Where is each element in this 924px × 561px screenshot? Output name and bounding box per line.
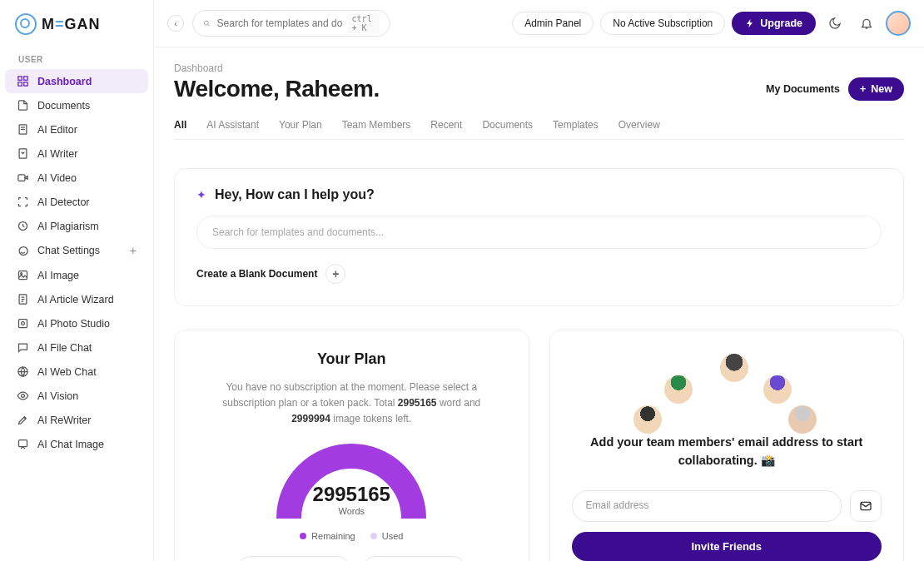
avatar bbox=[720, 354, 748, 382]
help-card: ✦ Hey, How can I help you? Search for te… bbox=[174, 168, 904, 306]
send-email-button[interactable] bbox=[850, 490, 882, 522]
page-icon bbox=[17, 123, 29, 136]
tab-recent[interactable]: Recent bbox=[430, 114, 462, 139]
invite-friends-button[interactable]: Invite Friends bbox=[572, 532, 882, 561]
plus-icon: + bbox=[332, 267, 339, 280]
help-title: Hey, How can I help you? bbox=[215, 187, 375, 202]
svg-point-18 bbox=[204, 21, 208, 25]
sidebar-toggle-button[interactable]: ‹ bbox=[167, 15, 184, 32]
sidebar-item-ai-photo-studio[interactable]: AI Photo Studio bbox=[5, 311, 148, 335]
sidebar-item-ai-file-chat[interactable]: AI File Chat bbox=[5, 335, 148, 360]
team-avatars bbox=[572, 350, 882, 434]
chevron-left-icon: ‹ bbox=[174, 19, 176, 28]
upgrade-label: Upgrade bbox=[760, 17, 802, 29]
image-icon bbox=[17, 269, 29, 281]
sidebar-item-ai-web-chat[interactable]: AI Web Chat bbox=[5, 360, 148, 384]
sidebar-item-label: AI Detector bbox=[37, 196, 90, 208]
expand-icon[interactable]: + bbox=[130, 244, 137, 257]
nav: Dashboard Documents AI Editor AI Writer … bbox=[0, 69, 153, 561]
sidebar-item-ai-chat-image[interactable]: AI Chat Image bbox=[5, 432, 148, 456]
svg-rect-0 bbox=[18, 77, 22, 80]
sidebar-item-label: AI Writer bbox=[37, 148, 77, 160]
plan-title: Your Plan bbox=[196, 350, 507, 368]
team-message: Add your team members' email address to … bbox=[572, 434, 882, 470]
tab-team-members[interactable]: Team Members bbox=[342, 114, 411, 139]
webchat-icon bbox=[17, 365, 29, 378]
tabs: All AI Assistant Your Plan Team Members … bbox=[174, 114, 904, 140]
avatar[interactable] bbox=[886, 11, 911, 36]
svg-point-14 bbox=[22, 322, 25, 325]
sidebar-item-label: AI Chat Image bbox=[37, 439, 104, 450]
tab-ai-assistant[interactable]: AI Assistant bbox=[206, 114, 259, 139]
team-card: Add your team members' email address to … bbox=[549, 330, 905, 561]
breadcrumb: Dashboard bbox=[174, 62, 904, 74]
view-credits-button[interactable]: View Your Credits bbox=[237, 556, 350, 561]
plus-icon: + bbox=[860, 83, 866, 95]
svg-rect-8 bbox=[18, 175, 25, 181]
sidebar-item-label: AI File Chat bbox=[37, 342, 92, 354]
create-blank-button[interactable]: + bbox=[325, 264, 345, 284]
mail-icon bbox=[859, 499, 872, 513]
avatar bbox=[788, 405, 817, 434]
logo[interactable]: M=GAN bbox=[0, 0, 153, 43]
sidebar-item-ai-plagiarism[interactable]: AI Plagiarism bbox=[5, 214, 148, 238]
email-field[interactable]: Email address bbox=[572, 490, 842, 522]
sidebar-item-label: Chat Settings bbox=[37, 245, 100, 256]
page-title: Welcome, Raheem. bbox=[174, 76, 380, 102]
sidebar-item-ai-image[interactable]: AI Image bbox=[5, 263, 148, 287]
sidebar-item-ai-article-wizard[interactable]: AI Article Wizard bbox=[5, 287, 148, 311]
help-search-input[interactable]: Search for templates and documents... bbox=[196, 216, 882, 249]
gauge-label: Words bbox=[272, 506, 430, 516]
camera-icon: 📸 bbox=[761, 454, 775, 467]
search-input[interactable]: ctrl + K bbox=[192, 10, 390, 37]
pen-icon bbox=[17, 147, 29, 160]
sidebar-item-ai-vision[interactable]: AI Vision bbox=[5, 384, 148, 408]
create-blank-label: Create a Blank Document bbox=[196, 268, 317, 280]
avatar bbox=[763, 375, 792, 404]
my-documents-link[interactable]: My Documents bbox=[766, 83, 840, 95]
wizard-icon bbox=[17, 293, 29, 305]
svg-rect-17 bbox=[19, 440, 27, 447]
svg-rect-2 bbox=[18, 82, 22, 86]
new-button[interactable]: + New bbox=[848, 77, 904, 101]
content: Dashboard Welcome, Raheem. My Documents … bbox=[154, 47, 924, 561]
shortcut-hint: ctrl + K bbox=[349, 13, 380, 33]
dot-remaining-icon bbox=[300, 533, 306, 539]
select-plan-button[interactable]: + Select a Plan bbox=[362, 556, 466, 561]
scan-icon bbox=[17, 196, 29, 208]
tab-documents[interactable]: Documents bbox=[482, 114, 533, 139]
plan-description: You have no subscription at the moment. … bbox=[196, 380, 507, 428]
subscription-badge[interactable]: No Active Subscription bbox=[600, 12, 725, 35]
sidebar-item-documents[interactable]: Documents bbox=[5, 93, 148, 117]
sidebar-item-label: AI Web Chat bbox=[37, 366, 97, 378]
sidebar-item-chat-settings[interactable]: Chat Settings + bbox=[5, 238, 148, 263]
sidebar-item-ai-detector[interactable]: AI Detector bbox=[5, 190, 148, 214]
tab-all[interactable]: All bbox=[174, 114, 186, 139]
sidebar-item-dashboard[interactable]: Dashboard bbox=[5, 69, 148, 93]
theme-toggle-button[interactable] bbox=[822, 11, 847, 36]
photo-icon bbox=[17, 317, 29, 330]
moon-icon bbox=[828, 17, 842, 30]
svg-rect-10 bbox=[19, 271, 27, 280]
svg-line-19 bbox=[208, 24, 210, 26]
upgrade-button[interactable]: Upgrade bbox=[732, 12, 816, 35]
sidebar-item-ai-writer[interactable]: AI Writer bbox=[5, 141, 148, 166]
tab-your-plan[interactable]: Your Plan bbox=[279, 114, 322, 139]
bell-icon bbox=[860, 17, 873, 30]
sidebar-item-label: AI Plagiarism bbox=[37, 221, 99, 232]
tab-templates[interactable]: Templates bbox=[553, 114, 599, 139]
sidebar-item-ai-video[interactable]: AI Video bbox=[5, 166, 148, 190]
svg-point-16 bbox=[22, 395, 25, 398]
sidebar-item-ai-rewriter[interactable]: AI ReWriter bbox=[5, 408, 148, 432]
notifications-button[interactable] bbox=[854, 11, 879, 36]
sidebar-item-label: AI Image bbox=[37, 270, 79, 281]
plan-gauge: 2995165 Words bbox=[272, 439, 430, 523]
avatar bbox=[664, 375, 693, 404]
topbar: ‹ ctrl + K Admin Panel No Active Subscri… bbox=[154, 0, 924, 47]
tab-overview[interactable]: Overview bbox=[618, 114, 660, 139]
new-label: New bbox=[871, 83, 892, 95]
search-field[interactable] bbox=[217, 17, 342, 29]
admin-panel-button[interactable]: Admin Panel bbox=[512, 12, 594, 35]
sidebar-item-ai-editor[interactable]: AI Editor bbox=[5, 117, 148, 141]
grid-icon bbox=[17, 75, 29, 87]
